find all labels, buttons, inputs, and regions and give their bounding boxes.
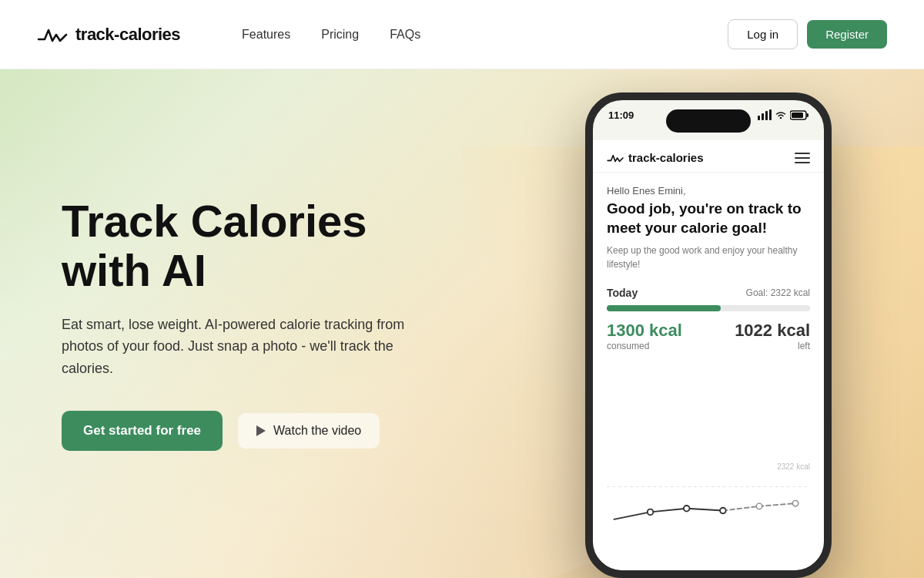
hamburger-line-3 <box>795 162 810 163</box>
status-icons <box>758 109 808 120</box>
chart-svg <box>607 474 810 536</box>
wifi-icon <box>775 110 787 119</box>
today-header: Today Goal: 2322 kcal <box>607 287 810 299</box>
nav-actions: Log in Register <box>728 19 887 49</box>
kcal-consumed: 1300 kcal <box>607 321 682 341</box>
nav-faqs[interactable]: FAQs <box>390 28 420 42</box>
phone-content: track-calories Hello Enes Emini, Good jo… <box>593 140 824 570</box>
progress-bar-fill <box>607 305 721 311</box>
hero-subtitle: Eat smart, lose weight. AI-powered calor… <box>62 314 447 380</box>
kcal-left-block: 1022 kcal left <box>735 321 810 351</box>
battery-icon <box>790 110 808 120</box>
app-header: track-calories <box>593 140 824 173</box>
svg-rect-5 <box>807 113 809 117</box>
status-time: 11:09 <box>608 108 634 121</box>
svg-rect-3 <box>769 109 772 120</box>
hamburger-line-1 <box>795 153 810 154</box>
chart-area: 2322 kcal <box>607 462 810 547</box>
svg-rect-1 <box>762 113 764 120</box>
svg-point-10 <box>720 508 726 514</box>
app-logo-row: track-calories <box>607 151 704 164</box>
goal-label: Goal: 2322 kcal <box>746 287 810 298</box>
today-label: Today <box>607 287 638 299</box>
app-body: Hello Enes Emini, Good job, you're on tr… <box>593 173 824 364</box>
phone-device: 11:09 <box>585 92 832 578</box>
svg-rect-0 <box>758 116 760 120</box>
play-icon <box>256 425 266 436</box>
hero-section: Track Calories with AI Eat smart, lose w… <box>0 69 924 578</box>
kcal-consumed-block: 1300 kcal consumed <box>607 321 682 351</box>
progress-bar-bg <box>607 305 810 311</box>
greeting-small: Hello Enes Emini, <box>607 185 810 197</box>
login-button[interactable]: Log in <box>728 19 798 49</box>
hero-content: Track Calories with AI Eat smart, lose w… <box>0 69 524 578</box>
navbar: track-calories Features Pricing FAQs Log… <box>0 0 924 69</box>
svg-point-8 <box>648 509 654 516</box>
logo-text: track-calories <box>75 25 180 45</box>
svg-point-12 <box>792 500 798 506</box>
signal-icon <box>758 109 772 120</box>
chart-goal-label: 2322 kcal <box>607 462 810 471</box>
watch-video-label: Watch the video <box>273 424 361 438</box>
hero-title: Track Calories with AI <box>62 197 462 295</box>
logo-icon <box>37 24 68 45</box>
logo: track-calories <box>37 24 180 45</box>
consumed-label: consumed <box>607 341 682 351</box>
phone-mockup: 11:09 <box>585 92 847 578</box>
kcal-left: 1022 kcal <box>735 321 810 341</box>
svg-rect-6 <box>792 113 803 118</box>
svg-point-9 <box>684 506 690 512</box>
watch-video-button[interactable]: Watch the video <box>238 413 380 449</box>
dynamic-island <box>666 109 751 133</box>
left-label: left <box>735 341 810 351</box>
nav-links: Features Pricing FAQs <box>242 28 420 42</box>
svg-point-11 <box>756 503 762 509</box>
hamburger-line-2 <box>795 157 810 159</box>
greeting-big: Good job, you're on track to meet your c… <box>607 200 810 237</box>
nav-features[interactable]: Features <box>242 28 290 42</box>
menu-button[interactable] <box>795 153 810 163</box>
register-button[interactable]: Register <box>807 20 887 49</box>
cta-button[interactable]: Get started for free <box>62 411 223 451</box>
hero-buttons: Get started for free Watch the video <box>62 411 462 451</box>
kcal-row: 1300 kcal consumed 1022 kcal left <box>607 321 810 351</box>
svg-rect-2 <box>765 111 768 120</box>
app-logo-icon <box>607 152 624 164</box>
app-logo-text: track-calories <box>628 151 704 164</box>
greeting-sub: Keep up the good work and enjoy your hea… <box>607 244 810 271</box>
nav-pricing[interactable]: Pricing <box>321 28 359 42</box>
